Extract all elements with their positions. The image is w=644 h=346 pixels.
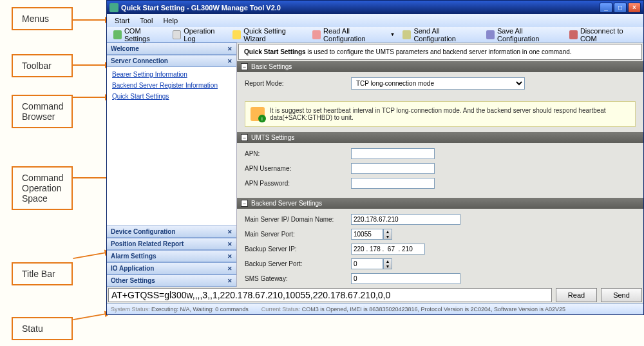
collapse-icon[interactable]: −: [241, 200, 248, 207]
menu-help[interactable]: Help: [158, 15, 183, 26]
callout-label: Toolbar: [22, 61, 52, 71]
log-icon: [173, 30, 181, 39]
tb-quick-wizard[interactable]: Quick Setting Wizard: [229, 26, 308, 44]
sidebar-alarm[interactable]: Alarm Settings✕: [107, 250, 236, 262]
disconnect-icon: [569, 30, 578, 39]
chevron-icon: ✕: [227, 278, 232, 284]
callout-label: Menus: [22, 14, 49, 24]
arrow: [73, 97, 111, 98]
input-main-port[interactable]: [351, 229, 383, 240]
sidebar-io[interactable]: IO Application✕: [107, 262, 236, 274]
sidebar-welcome[interactable]: Welcome✕: [107, 43, 236, 55]
label-apn: APN:: [245, 150, 351, 157]
tb-send-all[interactable]: Send All Configuration: [399, 26, 482, 44]
label-main-port: Main Server Port:: [245, 231, 351, 238]
chevron-icon: ✕: [227, 46, 232, 52]
link-backend[interactable]: Backend Server Register Information: [112, 82, 231, 89]
link-quick-start[interactable]: Quick Start Settings: [112, 93, 231, 100]
chevron-icon: ✕: [227, 241, 232, 247]
input-apn-pass[interactable]: [351, 178, 435, 189]
section-umts-head[interactable]: −UMTS Settings: [237, 132, 643, 143]
row-main-port: Main Server Port: ▲▼: [245, 229, 636, 240]
tb-com-settings[interactable]: COM Settings: [109, 26, 169, 44]
tb-save-all[interactable]: Save All Configuration: [482, 26, 565, 44]
callout-label: Command: [22, 101, 64, 111]
desc-title: Quick Start Settings: [244, 48, 306, 55]
chevron-icon: ✕: [227, 265, 232, 272]
tb-label: COM Settings: [124, 27, 165, 43]
collapse-icon[interactable]: −: [241, 134, 248, 141]
maximize-button[interactable]: □: [614, 3, 627, 13]
sidebar-device-config[interactable]: Device Configuration✕: [107, 226, 236, 238]
callout-label: Browser: [22, 111, 55, 122]
sidebar-server-connection[interactable]: Server Connection✕: [107, 55, 236, 67]
menu-start[interactable]: Start: [109, 15, 135, 26]
globe-icon: [113, 30, 122, 39]
close-button[interactable]: ×: [628, 3, 641, 13]
section-backend-head[interactable]: −Backend Server Settings: [237, 198, 643, 209]
header-label: Welcome: [111, 45, 139, 52]
label-backup-ip: Backup Server IP:: [245, 245, 351, 253]
label-report-mode: Report Mode:: [245, 80, 351, 87]
wizard-icon: [232, 30, 241, 39]
save-icon: [486, 30, 495, 39]
sidebar: Welcome✕ Server Connection✕ Bearer Setti…: [107, 43, 237, 287]
desc-text: is used to configure the UMTS parameters…: [306, 48, 572, 55]
callout-label: Statu: [22, 323, 43, 334]
sidebar-other[interactable]: Other Settings✕: [107, 274, 236, 287]
arrow: [73, 19, 111, 21]
tb-label: Save All Configuration: [497, 27, 562, 43]
row-apn-user: APN Username:: [245, 163, 636, 174]
status-bar: System Status: Executing: N/A, Waiting: …: [107, 303, 643, 314]
select-report-mode[interactable]: TCP long-connection mode: [351, 77, 525, 90]
sidebar-position[interactable]: Position Related Report✕: [107, 238, 236, 250]
label-sms: SMS Gateway:: [245, 275, 351, 282]
section-backend-body: Main Server IP/ Domain Name: Main Server…: [237, 209, 643, 287]
minimize-button[interactable]: _: [600, 3, 612, 13]
send-button[interactable]: Send: [601, 288, 642, 302]
input-apn[interactable]: [351, 148, 435, 159]
header-label: Other Settings: [111, 277, 155, 284]
input-backup-ip[interactable]: [351, 244, 425, 255]
callout-label: Operation: [22, 183, 61, 193]
callout-title-bar: Title Bar: [12, 262, 73, 285]
chevron-icon: ✕: [227, 58, 232, 64]
header-label: Device Configuration: [111, 228, 176, 235]
description-box: Quick Start Settings is used to configur…: [238, 44, 642, 60]
row-apn-pass: APN Password:: [245, 178, 636, 189]
tb-read-all[interactable]: Read All Configuration▼: [308, 26, 399, 44]
tb-disconnect[interactable]: Disconnect to COM: [565, 26, 641, 44]
callout-label: Space: [22, 193, 48, 204]
main-area: Welcome✕ Server Connection✕ Bearer Setti…: [107, 43, 643, 287]
callout-statu: Statu: [12, 317, 73, 340]
input-at-command[interactable]: [108, 288, 552, 302]
section-basic-head[interactable]: −Basic Settings: [237, 61, 643, 72]
spin-buttons[interactable]: ▲▼: [383, 258, 392, 269]
link-bearer[interactable]: Bearer Setting Information: [112, 71, 231, 78]
tb-label: Send All Configuration: [413, 27, 478, 43]
collapse-icon[interactable]: −: [241, 63, 248, 70]
content-panel: Quick Start Settings is used to configur…: [237, 43, 643, 287]
input-sms[interactable]: [351, 273, 460, 284]
app-window: Quick Start Setting - GL300W Manage Tool…: [106, 0, 644, 315]
tb-operation-log[interactable]: Operation Log: [169, 26, 229, 44]
input-apn-user[interactable]: [351, 163, 435, 174]
row-main-ip: Main Server IP/ Domain Name:: [245, 214, 636, 225]
window-title: Quick Start Setting - GL300W Manage Tool…: [121, 4, 281, 12]
input-main-ip[interactable]: [351, 214, 460, 225]
arrow: [73, 251, 110, 259]
section-label: Basic Settings: [251, 63, 292, 70]
read-button[interactable]: Read: [556, 288, 597, 302]
app-icon: [109, 3, 118, 12]
label-apn-user: APN Username:: [245, 165, 351, 172]
arrow: [73, 64, 111, 66]
spin-buttons[interactable]: ▲▼: [383, 229, 392, 240]
menu-tool[interactable]: Tool: [135, 15, 158, 26]
callout-command-op: Command Operation Space: [12, 166, 73, 210]
input-backup-port[interactable]: [351, 258, 383, 269]
section-basic-body: Report Mode: TCP long-connection mode: [237, 72, 643, 99]
info-box: i It is suggest to set heartbeat interva…: [245, 101, 636, 127]
callout-command-browser: Command Browser: [12, 95, 73, 128]
section-label: Backend Server Settings: [251, 200, 322, 207]
row-apn: APN:: [245, 148, 636, 159]
